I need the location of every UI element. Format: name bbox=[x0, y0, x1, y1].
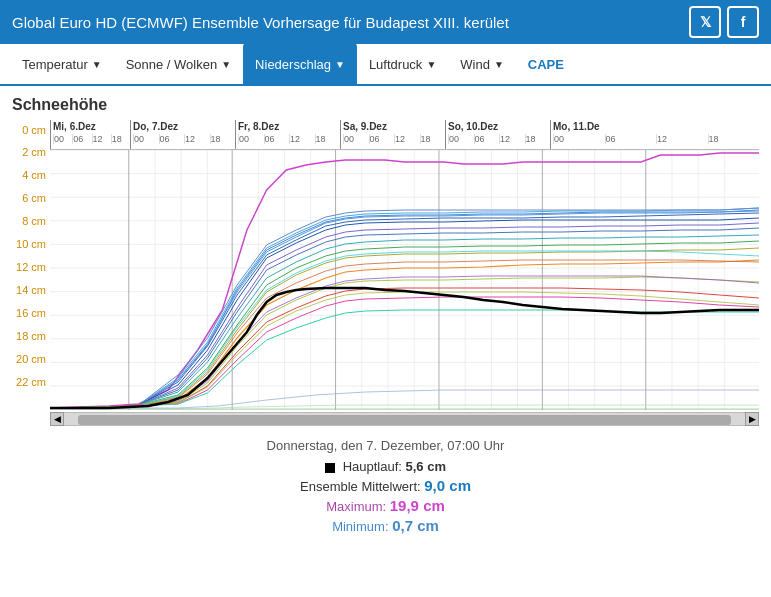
y-label-2: 18 cm bbox=[12, 326, 46, 346]
day-label-sa: Sa, 9.Dez bbox=[343, 120, 445, 134]
ensemble-line-olive bbox=[50, 248, 759, 408]
info-main-label: Hauptlauf: bbox=[343, 459, 402, 474]
day-label-so: So, 10.Dez bbox=[448, 120, 550, 134]
y-label-5: 12 cm bbox=[12, 257, 46, 277]
nav-sonne-wolken[interactable]: Sonne / Wolken ▼ bbox=[114, 43, 243, 85]
y-axis: 22 cm 20 cm 18 cm 16 cm 14 cm 12 cm 10 c… bbox=[12, 120, 50, 410]
y-label-0: 22 cm bbox=[12, 372, 46, 392]
y-label-8: 6 cm bbox=[12, 189, 46, 209]
info-box: Donnerstag, den 7. Dezember, 07:00 Uhr H… bbox=[0, 426, 771, 547]
navigation: Temperatur ▼ Sonne / Wolken ▼ Niederschl… bbox=[0, 44, 771, 86]
nav-luftdruck[interactable]: Luftdruck ▼ bbox=[357, 43, 448, 85]
info-main-value: 5,6 cm bbox=[406, 459, 446, 474]
chart-area: Mi, 6.Dez 00 06 12 18 Do, 7.Dez 00 06 12… bbox=[50, 120, 759, 410]
y-label-10: 2 cm bbox=[12, 143, 46, 163]
ensemble-line-extra3 bbox=[50, 251, 759, 408]
info-main-row: Hauptlauf: 5,6 cm bbox=[0, 459, 771, 474]
nav-niederschlag[interactable]: Niederschlag ▼ bbox=[243, 43, 357, 85]
info-min-row: Minimum: 0,7 cm bbox=[0, 517, 771, 534]
nav-wind[interactable]: Wind ▼ bbox=[448, 43, 516, 85]
info-min-value: 0,7 cm bbox=[392, 517, 439, 534]
day-label-fr: Fr, 8.Dez bbox=[238, 120, 340, 134]
y-label-1: 20 cm bbox=[12, 349, 46, 369]
day-label-mo: Mo, 11.De bbox=[553, 120, 759, 134]
info-max-value: 19,9 cm bbox=[390, 497, 445, 514]
ensemble-line-3 bbox=[50, 208, 759, 408]
y-label-11: 0 cm bbox=[12, 120, 46, 140]
y-label-4: 14 cm bbox=[12, 280, 46, 300]
chart-section: Schneehöhe 22 cm 20 cm 18 cm 16 cm 14 cm… bbox=[0, 86, 771, 426]
ensemble-line-8 bbox=[50, 228, 759, 408]
scrollbar-track[interactable] bbox=[64, 412, 745, 426]
y-label-6: 10 cm bbox=[12, 235, 46, 255]
info-max-label: Maximum: bbox=[326, 499, 386, 514]
info-max-row: Maximum: 19,9 cm bbox=[0, 497, 771, 514]
day-label-do: Do, 7.Dez bbox=[133, 120, 235, 134]
header-icons: 𝕏 f bbox=[689, 6, 759, 38]
ensemble-line-extra1 bbox=[50, 276, 759, 408]
info-ensemble-row: Ensemble Mittelwert: 9,0 cm bbox=[0, 477, 771, 494]
day-label-mi: Mi, 6.Dez bbox=[53, 120, 130, 134]
ensemble-line-teal bbox=[50, 235, 759, 408]
info-ensemble-value: 9,0 cm bbox=[424, 477, 471, 494]
chart-svg bbox=[50, 150, 759, 410]
ensemble-line-2 bbox=[50, 208, 759, 408]
chart-title: Schneehöhe bbox=[12, 96, 759, 114]
y-label-9: 4 cm bbox=[12, 166, 46, 186]
ensemble-line-extra4 bbox=[50, 292, 759, 408]
y-label-3: 16 cm bbox=[12, 303, 46, 323]
ensemble-line-green bbox=[50, 241, 759, 408]
chart-wrapper: 22 cm 20 cm 18 cm 16 cm 14 cm 12 cm 10 c… bbox=[12, 120, 759, 410]
header: Global Euro HD (ECMWF) Ensemble Vorhersa… bbox=[0, 0, 771, 44]
info-ensemble-label: Ensemble Mittelwert: bbox=[300, 479, 421, 494]
y-label-7: 8 cm bbox=[12, 212, 46, 232]
facebook-button[interactable]: f bbox=[727, 6, 759, 38]
main-square-icon bbox=[325, 463, 335, 473]
scroll-left-arrow[interactable]: ◀ bbox=[50, 412, 64, 426]
header-title: Global Euro HD (ECMWF) Ensemble Vorhersa… bbox=[12, 14, 509, 31]
nav-cape[interactable]: CAPE bbox=[516, 43, 576, 85]
twitter-button[interactable]: 𝕏 bbox=[689, 6, 721, 38]
scrollbar-thumb[interactable] bbox=[78, 415, 732, 425]
scroll-right-arrow[interactable]: ▶ bbox=[745, 412, 759, 426]
info-date: Donnerstag, den 7. Dezember, 07:00 Uhr bbox=[0, 438, 771, 453]
info-min-label: Minimum: bbox=[332, 519, 388, 534]
nav-temperatur[interactable]: Temperatur ▼ bbox=[10, 43, 114, 85]
